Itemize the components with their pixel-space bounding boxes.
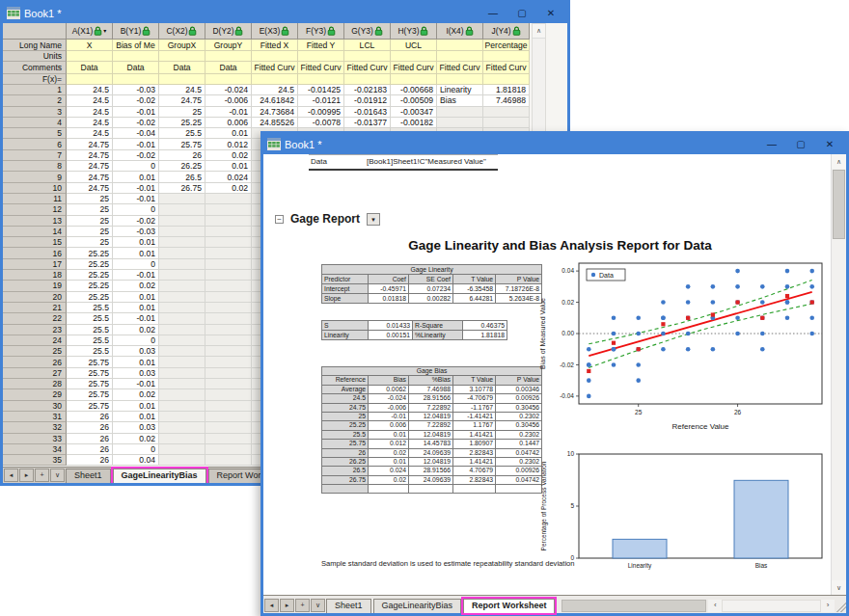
cell[interactable] bbox=[205, 204, 252, 215]
row-number[interactable]: 6 bbox=[3, 139, 67, 149]
column-header-e-x3[interactable]: E(X3) bbox=[252, 23, 298, 40]
cell[interactable] bbox=[205, 325, 252, 335]
cell[interactable]: -0.01 bbox=[205, 107, 252, 118]
cell[interactable]: 0.02 bbox=[205, 150, 252, 161]
header-cell[interactable] bbox=[437, 40, 483, 51]
tab-sheet1[interactable]: Sheet1 bbox=[66, 469, 111, 483]
cell[interactable] bbox=[205, 368, 252, 379]
cell[interactable]: 7.46988 bbox=[483, 95, 530, 106]
cell[interactable]: 25.25 bbox=[67, 292, 113, 303]
cell[interactable]: 25.75 bbox=[67, 401, 113, 412]
cell[interactable]: 0 bbox=[113, 444, 159, 455]
column-header-d-y2[interactable]: D(Y2) bbox=[205, 23, 252, 40]
row-number[interactable]: 15 bbox=[3, 237, 67, 248]
cell[interactable]: 24.5 bbox=[67, 107, 113, 118]
row-number[interactable]: 1 bbox=[3, 85, 67, 95]
cell[interactable]: 25.25 bbox=[67, 248, 113, 258]
row-number[interactable]: 25 bbox=[3, 346, 67, 357]
cell[interactable]: 0.03 bbox=[113, 422, 159, 433]
cell[interactable] bbox=[159, 204, 205, 215]
cell[interactable] bbox=[205, 270, 252, 281]
cell[interactable] bbox=[205, 216, 252, 227]
header-cell[interactable] bbox=[391, 51, 437, 62]
cell[interactable] bbox=[159, 259, 205, 270]
tab-gagelinearitybias[interactable]: GageLinearityBias bbox=[113, 469, 206, 483]
header-cell[interactable] bbox=[113, 74, 159, 85]
cell[interactable] bbox=[205, 259, 252, 270]
header-cell[interactable] bbox=[344, 51, 391, 62]
row-number[interactable]: 19 bbox=[3, 281, 67, 291]
header-cell[interactable] bbox=[391, 74, 437, 85]
header-cell[interactable]: Fitted Y bbox=[298, 40, 344, 51]
row-number[interactable]: 31 bbox=[3, 412, 67, 422]
add-sheet-button[interactable]: + bbox=[35, 469, 49, 482]
cell[interactable] bbox=[205, 227, 252, 237]
cell[interactable]: 25 bbox=[67, 216, 113, 227]
cell[interactable]: -0.02 bbox=[113, 118, 159, 128]
header-cell[interactable]: Fitted X bbox=[252, 40, 298, 51]
report-vertical-scrollbar[interactable]: ∧ ∨ bbox=[831, 154, 846, 595]
tab-gagelinearitybias[interactable]: GageLinearityBias bbox=[373, 599, 462, 613]
cell[interactable] bbox=[205, 313, 252, 324]
cell[interactable]: 24.5 bbox=[159, 85, 205, 95]
sheet-list-button[interactable]: ∨ bbox=[50, 469, 65, 482]
cell[interactable]: 25 bbox=[67, 237, 113, 248]
cell[interactable] bbox=[205, 401, 252, 412]
row-number[interactable]: 32 bbox=[3, 422, 67, 433]
header-cell[interactable] bbox=[113, 51, 159, 62]
cell[interactable] bbox=[159, 216, 205, 227]
cell[interactable]: 0.01 bbox=[113, 248, 159, 258]
cell[interactable]: 25 bbox=[67, 194, 113, 204]
cell[interactable]: 24.75 bbox=[159, 95, 205, 106]
row-number[interactable]: 21 bbox=[3, 303, 67, 313]
header-cell[interactable] bbox=[205, 74, 252, 85]
cell[interactable]: 25.5 bbox=[67, 303, 113, 313]
cell[interactable]: 26 bbox=[67, 455, 113, 466]
row-number[interactable]: 18 bbox=[3, 270, 67, 281]
cell[interactable]: 25.5 bbox=[67, 346, 113, 357]
cell[interactable]: 25.75 bbox=[67, 379, 113, 389]
cell[interactable]: 26 bbox=[67, 412, 113, 422]
cell[interactable] bbox=[159, 379, 205, 389]
cell[interactable]: -0.01 bbox=[113, 270, 159, 281]
minimize-button[interactable]: — bbox=[486, 6, 500, 20]
cell[interactable]: -0.0078 bbox=[298, 118, 344, 128]
cell[interactable]: 26 bbox=[159, 150, 205, 161]
tab-scroll-right-button[interactable]: ▸ bbox=[280, 599, 294, 612]
horizontal-scrollbar-thumb[interactable] bbox=[561, 600, 706, 612]
header-cell[interactable]: Data bbox=[159, 62, 205, 74]
header-cell[interactable] bbox=[344, 74, 391, 85]
cell[interactable]: -0.00347 bbox=[391, 107, 437, 118]
cell[interactable]: 0.01 bbox=[113, 292, 159, 303]
resize-grip[interactable] bbox=[835, 600, 846, 612]
header-cell[interactable]: GroupY bbox=[205, 40, 252, 51]
cell[interactable] bbox=[159, 248, 205, 258]
row-number[interactable]: 34 bbox=[3, 444, 67, 455]
cell[interactable]: 0.012 bbox=[205, 139, 252, 149]
cell[interactable]: -0.00995 bbox=[298, 107, 344, 118]
header-cell[interactable]: GroupX bbox=[159, 40, 205, 51]
cell[interactable]: 26.5 bbox=[159, 172, 205, 182]
cell[interactable]: 24.75 bbox=[67, 172, 113, 182]
header-cell[interactable] bbox=[483, 74, 530, 85]
cell[interactable]: 26 bbox=[67, 444, 113, 455]
row-number[interactable]: 2 bbox=[3, 95, 67, 106]
sheet-list-button[interactable]: ∨ bbox=[311, 599, 325, 612]
maximize-button[interactable]: ▢ bbox=[794, 137, 808, 151]
cell[interactable]: -0.01377 bbox=[344, 118, 391, 128]
cell[interactable]: 0.024 bbox=[205, 172, 252, 182]
cell[interactable]: 24.5 bbox=[67, 128, 113, 139]
column-header-j-y4[interactable]: J(Y4) bbox=[483, 23, 530, 40]
row-number[interactable]: 12 bbox=[3, 204, 67, 215]
row-number[interactable]: 24 bbox=[3, 335, 67, 346]
cell[interactable]: -0.01 bbox=[113, 139, 159, 149]
cell[interactable]: 0.03 bbox=[113, 368, 159, 379]
cell[interactable]: 0.02 bbox=[113, 389, 159, 400]
cell[interactable]: -0.00509 bbox=[391, 95, 437, 106]
header-cell[interactable] bbox=[298, 51, 344, 62]
cell[interactable]: 0.01 bbox=[205, 128, 252, 139]
cell[interactable]: -0.04 bbox=[113, 128, 159, 139]
cell[interactable]: Linearity bbox=[437, 85, 483, 95]
header-cell[interactable]: Percentage bbox=[483, 40, 530, 51]
cell[interactable]: -0.03 bbox=[113, 85, 159, 95]
